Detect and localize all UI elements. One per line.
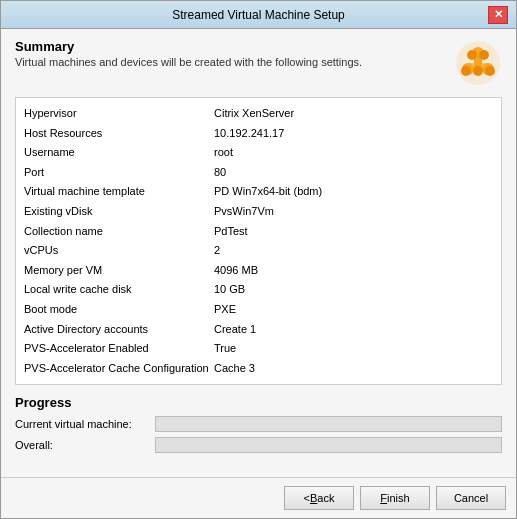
current-vm-label: Current virtual machine:: [15, 418, 155, 430]
info-row-value: Create 1: [214, 321, 256, 339]
footer: < Back Finish Cancel: [1, 477, 516, 518]
overall-label: Overall:: [15, 439, 155, 451]
info-row: PVS-Accelerator Cache ConfigurationCache…: [24, 359, 493, 379]
summary-description: Virtual machines and devices will be cre…: [15, 56, 444, 68]
overall-progress-row: Overall:: [15, 437, 502, 453]
info-row: Collection namePdTest: [24, 222, 493, 242]
title-bar: Streamed Virtual Machine Setup ✕: [1, 1, 516, 29]
info-row-label: Collection name: [24, 223, 214, 241]
svg-point-8: [461, 66, 471, 76]
info-row: Active Directory accountsCreate 1: [24, 320, 493, 340]
info-row-value: PXE: [214, 301, 236, 319]
summary-title: Summary: [15, 39, 444, 54]
info-row-label: Host Resources: [24, 125, 214, 143]
summary-text: Summary Virtual machines and devices wil…: [15, 39, 444, 68]
info-row-value: 2: [214, 242, 220, 260]
info-row: Usernameroot: [24, 143, 493, 163]
finish-label: Finish: [380, 492, 409, 504]
info-row: Port80: [24, 163, 493, 183]
info-row-value: Citrix XenServer: [214, 105, 294, 123]
info-row-value: PdTest: [214, 223, 248, 241]
current-vm-progress-bar: [155, 416, 502, 432]
info-row-value: PD Win7x64-bit (bdm): [214, 183, 322, 201]
info-row: Existing vDiskPvsWin7Vm: [24, 202, 493, 222]
info-row-value: True: [214, 340, 236, 358]
info-row: vCPUs2: [24, 241, 493, 261]
info-row: Local write cache disk10 GB: [24, 280, 493, 300]
info-row-label: Existing vDisk: [24, 203, 214, 221]
info-row-value: 10 GB: [214, 281, 245, 299]
window-title: Streamed Virtual Machine Setup: [29, 8, 488, 22]
info-row-label: PVS-Accelerator Cache Configuration: [24, 360, 214, 378]
info-row: Virtual machine templatePD Win7x64-bit (…: [24, 182, 493, 202]
citrix-logo-icon: [454, 39, 502, 87]
info-row-label: vCPUs: [24, 242, 214, 260]
svg-point-10: [485, 66, 495, 76]
info-row-label: Memory per VM: [24, 262, 214, 280]
info-row-label: Virtual machine template: [24, 183, 214, 201]
svg-point-6: [467, 50, 477, 60]
info-row-label: Local write cache disk: [24, 281, 214, 299]
current-vm-progress-row: Current virtual machine:: [15, 416, 502, 432]
info-row-label: Hypervisor: [24, 105, 214, 123]
info-row-value: PvsWin7Vm: [214, 203, 274, 221]
info-box: HypervisorCitrix XenServerHost Resources…: [15, 97, 502, 385]
cancel-button[interactable]: Cancel: [436, 486, 506, 510]
svg-point-9: [473, 66, 483, 76]
info-row-label: PVS-Accelerator Enabled: [24, 340, 214, 358]
main-window: Streamed Virtual Machine Setup ✕ Summary…: [0, 0, 517, 519]
info-row-value: root: [214, 144, 233, 162]
info-row-value: 4096 MB: [214, 262, 258, 280]
content-area: Summary Virtual machines and devices wil…: [1, 29, 516, 477]
info-row: Boot modePXE: [24, 300, 493, 320]
info-row-value: 10.192.241.17: [214, 125, 284, 143]
close-button[interactable]: ✕: [488, 6, 508, 24]
info-row: HypervisorCitrix XenServer: [24, 104, 493, 124]
overall-progress-bar: [155, 437, 502, 453]
summary-section: Summary Virtual machines and devices wil…: [15, 39, 502, 87]
back-button[interactable]: < Back: [284, 486, 354, 510]
svg-point-7: [479, 50, 489, 60]
progress-title: Progress: [15, 395, 502, 410]
info-row: Memory per VM4096 MB: [24, 261, 493, 281]
info-row-label: Boot mode: [24, 301, 214, 319]
info-row-label: Active Directory accounts: [24, 321, 214, 339]
info-row-value: Cache 3: [214, 360, 255, 378]
info-row-label: Username: [24, 144, 214, 162]
info-row-value: 80: [214, 164, 226, 182]
progress-section: Progress Current virtual machine: Overal…: [15, 395, 502, 458]
finish-button[interactable]: Finish: [360, 486, 430, 510]
info-row: PVS-Accelerator EnabledTrue: [24, 339, 493, 359]
info-row-label: Port: [24, 164, 214, 182]
info-row: Host Resources10.192.241.17: [24, 124, 493, 144]
